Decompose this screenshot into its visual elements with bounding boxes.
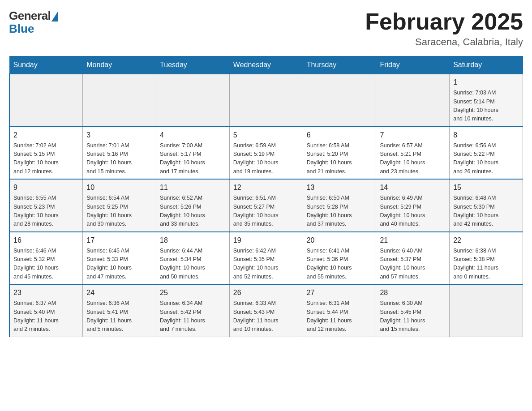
- day-info: Sunrise: 6:56 AM Sunset: 5:22 PM Dayligh…: [453, 141, 519, 176]
- weekday-header-monday: Monday: [83, 56, 156, 74]
- weekday-header-friday: Friday: [376, 56, 450, 74]
- day-info: Sunrise: 6:55 AM Sunset: 5:23 PM Dayligh…: [13, 194, 79, 229]
- calendar-cell: [9, 74, 83, 127]
- logo-blue-text: Blue: [9, 22, 34, 36]
- day-info: Sunrise: 6:58 AM Sunset: 5:20 PM Dayligh…: [307, 141, 373, 176]
- calendar-cell: 18Sunrise: 6:44 AM Sunset: 5:34 PM Dayli…: [156, 232, 230, 285]
- day-info: Sunrise: 6:51 AM Sunset: 5:27 PM Dayligh…: [233, 194, 299, 229]
- calendar-cell: [83, 74, 156, 127]
- day-info: Sunrise: 6:54 AM Sunset: 5:25 PM Dayligh…: [86, 194, 152, 229]
- calendar-cell: 28Sunrise: 6:30 AM Sunset: 5:45 PM Dayli…: [376, 284, 450, 337]
- calendar-week-row: 16Sunrise: 6:46 AM Sunset: 5:32 PM Dayli…: [9, 232, 523, 285]
- day-info: Sunrise: 6:42 AM Sunset: 5:35 PM Dayligh…: [233, 247, 299, 282]
- day-info: Sunrise: 6:45 AM Sunset: 5:33 PM Dayligh…: [86, 247, 152, 282]
- title-block: February 2025 Saracena, Calabria, Italy: [365, 9, 523, 48]
- month-year-title: February 2025: [365, 9, 523, 34]
- day-number: 25: [160, 287, 226, 298]
- day-info: Sunrise: 6:48 AM Sunset: 5:30 PM Dayligh…: [453, 194, 519, 229]
- calendar-cell: 2Sunrise: 7:02 AM Sunset: 5:15 PM Daylig…: [9, 127, 83, 180]
- calendar-week-row: 2Sunrise: 7:02 AM Sunset: 5:15 PM Daylig…: [9, 127, 523, 180]
- calendar-cell: 17Sunrise: 6:45 AM Sunset: 5:33 PM Dayli…: [83, 232, 156, 285]
- day-info: Sunrise: 6:33 AM Sunset: 5:43 PM Dayligh…: [233, 299, 299, 334]
- calendar-cell: 12Sunrise: 6:51 AM Sunset: 5:27 PM Dayli…: [229, 179, 303, 232]
- calendar-cell: 14Sunrise: 6:49 AM Sunset: 5:29 PM Dayli…: [376, 179, 450, 232]
- day-info: Sunrise: 7:00 AM Sunset: 5:17 PM Dayligh…: [160, 141, 226, 176]
- calendar-cell: 15Sunrise: 6:48 AM Sunset: 5:30 PM Dayli…: [450, 179, 523, 232]
- day-number: 13: [307, 182, 373, 193]
- calendar-cell: 11Sunrise: 6:52 AM Sunset: 5:26 PM Dayli…: [156, 179, 230, 232]
- day-info: Sunrise: 6:38 AM Sunset: 5:38 PM Dayligh…: [453, 247, 519, 282]
- day-info: Sunrise: 6:41 AM Sunset: 5:36 PM Dayligh…: [307, 247, 373, 282]
- calendar-cell: 25Sunrise: 6:34 AM Sunset: 5:42 PM Dayli…: [156, 284, 230, 337]
- calendar-cell: 26Sunrise: 6:33 AM Sunset: 5:43 PM Dayli…: [229, 284, 303, 337]
- day-info: Sunrise: 7:02 AM Sunset: 5:15 PM Dayligh…: [13, 141, 79, 176]
- page-header: General Blue February 2025 Saracena, Cal…: [9, 9, 523, 48]
- logo-triangle-icon: [51, 12, 58, 21]
- day-info: Sunrise: 6:30 AM Sunset: 5:45 PM Dayligh…: [380, 299, 446, 334]
- calendar-cell: 16Sunrise: 6:46 AM Sunset: 5:32 PM Dayli…: [9, 232, 83, 285]
- day-number: 2: [13, 130, 79, 141]
- calendar-cell: 19Sunrise: 6:42 AM Sunset: 5:35 PM Dayli…: [229, 232, 303, 285]
- day-number: 28: [380, 287, 446, 298]
- day-number: 11: [160, 182, 226, 193]
- calendar-cell: 9Sunrise: 6:55 AM Sunset: 5:23 PM Daylig…: [9, 179, 83, 232]
- day-number: 19: [233, 235, 299, 246]
- day-number: 18: [160, 235, 226, 246]
- calendar-week-row: 9Sunrise: 6:55 AM Sunset: 5:23 PM Daylig…: [9, 179, 523, 232]
- day-number: 12: [233, 182, 299, 193]
- weekday-header-row: SundayMondayTuesdayWednesdayThursdayFrid…: [9, 56, 523, 74]
- day-number: 7: [380, 130, 446, 141]
- day-number: 21: [380, 235, 446, 246]
- day-info: Sunrise: 6:36 AM Sunset: 5:41 PM Dayligh…: [86, 299, 152, 334]
- day-number: 24: [86, 287, 152, 298]
- day-info: Sunrise: 6:49 AM Sunset: 5:29 PM Dayligh…: [380, 194, 446, 229]
- calendar-cell: 4Sunrise: 7:00 AM Sunset: 5:17 PM Daylig…: [156, 127, 230, 180]
- day-info: Sunrise: 6:59 AM Sunset: 5:19 PM Dayligh…: [233, 141, 299, 176]
- weekday-header-thursday: Thursday: [303, 56, 376, 74]
- calendar-cell: 23Sunrise: 6:37 AM Sunset: 5:40 PM Dayli…: [9, 284, 83, 337]
- day-number: 3: [86, 130, 152, 141]
- day-info: Sunrise: 6:50 AM Sunset: 5:28 PM Dayligh…: [307, 194, 373, 229]
- day-number: 22: [453, 235, 519, 246]
- day-info: Sunrise: 6:31 AM Sunset: 5:44 PM Dayligh…: [307, 299, 373, 334]
- day-number: 23: [13, 287, 79, 298]
- calendar-cell: 24Sunrise: 6:36 AM Sunset: 5:41 PM Dayli…: [83, 284, 156, 337]
- day-number: 5: [233, 130, 299, 141]
- day-number: 14: [380, 182, 446, 193]
- calendar-cell: 20Sunrise: 6:41 AM Sunset: 5:36 PM Dayli…: [303, 232, 376, 285]
- day-info: Sunrise: 6:46 AM Sunset: 5:32 PM Dayligh…: [13, 247, 79, 282]
- day-number: 4: [160, 130, 226, 141]
- calendar-cell: 22Sunrise: 6:38 AM Sunset: 5:38 PM Dayli…: [450, 232, 523, 285]
- calendar-cell: 7Sunrise: 6:57 AM Sunset: 5:21 PM Daylig…: [376, 127, 450, 180]
- calendar-cell: [303, 74, 376, 127]
- calendar-cell: [229, 74, 303, 127]
- day-number: 15: [453, 182, 519, 193]
- calendar-cell: 8Sunrise: 6:56 AM Sunset: 5:22 PM Daylig…: [450, 127, 523, 180]
- day-info: Sunrise: 6:57 AM Sunset: 5:21 PM Dayligh…: [380, 141, 446, 176]
- weekday-header-saturday: Saturday: [450, 56, 523, 74]
- day-number: 26: [233, 287, 299, 298]
- weekday-header-wednesday: Wednesday: [229, 56, 303, 74]
- day-info: Sunrise: 6:52 AM Sunset: 5:26 PM Dayligh…: [160, 194, 226, 229]
- logo-general-text: General: [9, 9, 51, 23]
- weekday-header-tuesday: Tuesday: [156, 56, 230, 74]
- calendar-week-row: 23Sunrise: 6:37 AM Sunset: 5:40 PM Dayli…: [9, 284, 523, 337]
- day-number: 20: [307, 235, 373, 246]
- calendar-cell: 13Sunrise: 6:50 AM Sunset: 5:28 PM Dayli…: [303, 179, 376, 232]
- day-info: Sunrise: 6:37 AM Sunset: 5:40 PM Dayligh…: [13, 299, 79, 334]
- day-info: Sunrise: 7:01 AM Sunset: 5:16 PM Dayligh…: [86, 141, 152, 176]
- day-info: Sunrise: 6:34 AM Sunset: 5:42 PM Dayligh…: [160, 299, 226, 334]
- calendar-cell: 10Sunrise: 6:54 AM Sunset: 5:25 PM Dayli…: [83, 179, 156, 232]
- calendar-cell: [376, 74, 450, 127]
- day-number: 27: [307, 287, 373, 298]
- location-subtitle: Saracena, Calabria, Italy: [365, 36, 523, 48]
- calendar-cell: [156, 74, 230, 127]
- day-info: Sunrise: 7:03 AM Sunset: 5:14 PM Dayligh…: [453, 89, 519, 124]
- calendar-cell: 5Sunrise: 6:59 AM Sunset: 5:19 PM Daylig…: [229, 127, 303, 180]
- day-number: 9: [13, 182, 79, 193]
- day-number: 6: [307, 130, 373, 141]
- calendar-cell: [450, 284, 523, 337]
- logo: General Blue: [9, 9, 58, 36]
- calendar-table: SundayMondayTuesdayWednesdayThursdayFrid…: [9, 56, 523, 337]
- day-number: 1: [453, 77, 519, 88]
